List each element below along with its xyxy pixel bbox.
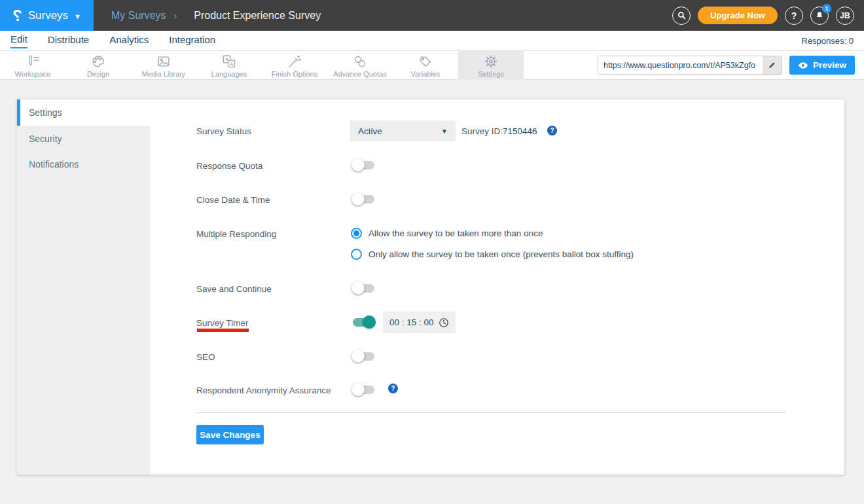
anonymity-help-icon[interactable]: ? — [388, 384, 398, 393]
close-date-label: Close Date & Time — [196, 195, 270, 205]
survey-timer-value: 00 : 15 : 00 — [389, 317, 434, 327]
close-date-toggle[interactable] — [353, 195, 374, 204]
preview-button[interactable]: Preview — [789, 56, 855, 75]
pencil-icon — [768, 61, 776, 69]
chevron-down-icon: ▼ — [74, 12, 81, 20]
save-continue-toggle[interactable] — [353, 284, 374, 293]
radio-label: Allow the survey to be taken more than o… — [369, 228, 543, 238]
sidebar-item-security[interactable]: Security — [17, 126, 151, 151]
breadcrumb-my-surveys[interactable]: My Surveys — [111, 10, 166, 22]
radio-allow-multiple[interactable]: Allow the survey to be taken more than o… — [351, 228, 543, 239]
product-switcher[interactable]: ? Surveys ▼ — [0, 0, 94, 31]
svg-text:★: ★ — [225, 56, 229, 62]
toolbar-item-design[interactable]: Design — [65, 51, 131, 80]
form-divider — [196, 412, 785, 413]
save-continue-label: Save and Continue — [196, 284, 272, 294]
radio-only-once[interactable]: Only allow the survey to be taken once (… — [351, 249, 634, 260]
survey-id-help-icon[interactable]: ? — [547, 126, 557, 135]
product-label: Surveys — [28, 9, 68, 22]
clock-icon — [439, 317, 449, 328]
radio-selected-icon — [351, 228, 362, 239]
toolbar-label: Design — [87, 70, 109, 78]
chevron-down-icon: ▼ — [441, 128, 448, 135]
settings-form: Survey Status Active ▼ Survey ID: 715044… — [151, 99, 844, 475]
survey-id-label: Survey ID: — [461, 126, 503, 136]
avatar-initials: JB — [840, 11, 850, 20]
toolbar-item-variables[interactable]: Variables — [393, 51, 458, 80]
toolbar-item-settings[interactable]: Settings — [458, 51, 524, 80]
sidebar-item-label: Notifications — [29, 159, 79, 170]
toolbar-label: Workspace — [15, 70, 51, 78]
settings-sidebar: Settings Security Notifications — [17, 99, 151, 475]
anonymity-label: Respondent Anonymity Assurance — [196, 386, 331, 395]
notifications-button[interactable]: 1 — [810, 7, 829, 25]
finish-options-icon — [287, 54, 302, 69]
multiple-responding-label: Multiple Responding — [196, 229, 276, 239]
survey-url-box — [598, 56, 782, 75]
settings-gear-icon — [483, 54, 499, 69]
workspace-icon — [25, 54, 41, 69]
tab-integration[interactable]: Integration — [169, 34, 215, 48]
toolbar-label: Finish Options — [272, 70, 317, 78]
survey-status-value: Active — [358, 126, 382, 136]
tab-edit[interactable]: Edit — [10, 33, 27, 48]
radio-label: Only allow the survey to be taken once (… — [369, 249, 634, 259]
help-button[interactable]: ? — [785, 7, 803, 25]
upgrade-now-button[interactable]: Upgrade Now — [698, 7, 778, 24]
radio-unselected-icon — [351, 249, 362, 260]
survey-timer-input[interactable]: 00 : 15 : 00 — [383, 312, 456, 333]
survey-url-input[interactable] — [598, 56, 763, 74]
toolbar-label: Settings — [478, 70, 504, 78]
annotation-red-underline — [197, 329, 249, 332]
notification-badge: 1 — [822, 4, 831, 13]
toolbar-item-languages[interactable]: ★ A Languages — [196, 51, 262, 80]
bell-icon — [815, 10, 824, 20]
edit-url-button[interactable] — [763, 56, 782, 74]
question-mark-icon: ? — [791, 10, 797, 21]
seo-label: SEO — [196, 352, 215, 362]
advance-quotas-icon — [352, 54, 368, 69]
survey-timer-label: Survey Timer — [196, 318, 249, 328]
eye-icon — [798, 62, 808, 69]
save-changes-button[interactable]: Save Changes — [196, 425, 264, 444]
variables-icon — [418, 54, 433, 69]
section-tabs: Edit Distribute Analytics Integration Re… — [0, 31, 864, 51]
breadcrumb-separator: › — [174, 10, 177, 21]
survey-timer-toggle[interactable] — [353, 318, 374, 327]
sidebar-item-notifications[interactable]: Notifications — [17, 151, 151, 177]
languages-icon: ★ A — [221, 54, 237, 69]
top-bar: ? Surveys ▼ My Surveys › Product Experie… — [0, 0, 864, 31]
page-title: Product Experience Survey — [194, 10, 321, 22]
sidebar-item-settings[interactable]: Settings — [17, 99, 151, 126]
edit-toolbar: Workspace Design Media Library ★ A Langu… — [0, 51, 864, 80]
toolbar-item-workspace[interactable]: Workspace — [0, 51, 65, 80]
tab-analytics[interactable]: Analytics — [109, 34, 149, 48]
toolbar-right: Preview — [598, 51, 864, 79]
preview-label: Preview — [813, 60, 846, 70]
response-quota-label: Response Quota — [196, 161, 262, 171]
response-quota-toggle[interactable] — [353, 161, 374, 170]
breadcrumb: My Surveys › Product Experience Survey — [111, 10, 321, 22]
survey-id-value: 7150446 — [503, 126, 537, 136]
questionpro-logo-icon: ? — [12, 7, 22, 25]
avatar[interactable]: JB — [836, 7, 854, 25]
media-library-icon — [156, 54, 171, 69]
search-icon — [677, 10, 687, 20]
toolbar-item-finish-options[interactable]: Finish Options — [262, 51, 327, 80]
settings-panel: Settings Security Notifications Survey S… — [17, 99, 844, 475]
toolbar-label: Media Library — [142, 70, 186, 78]
survey-status-label: Survey Status — [196, 126, 251, 136]
responses-count: Responses: 0 — [802, 36, 854, 46]
anonymity-toggle[interactable] — [353, 386, 374, 394]
toolbar-item-media-library[interactable]: Media Library — [131, 51, 196, 80]
toolbar-label: Variables — [410, 70, 440, 78]
svg-text:A: A — [230, 61, 233, 67]
toolbar-item-advance-quotas[interactable]: Advance Quotas — [327, 51, 393, 80]
tab-distribute[interactable]: Distribute — [48, 34, 89, 48]
toolbar-label: Languages — [211, 70, 247, 78]
seo-toggle[interactable] — [353, 352, 374, 361]
design-icon — [90, 54, 106, 69]
search-button[interactable] — [672, 7, 691, 25]
survey-status-select[interactable]: Active ▼ — [350, 120, 456, 141]
sidebar-item-label: Settings — [29, 107, 62, 118]
